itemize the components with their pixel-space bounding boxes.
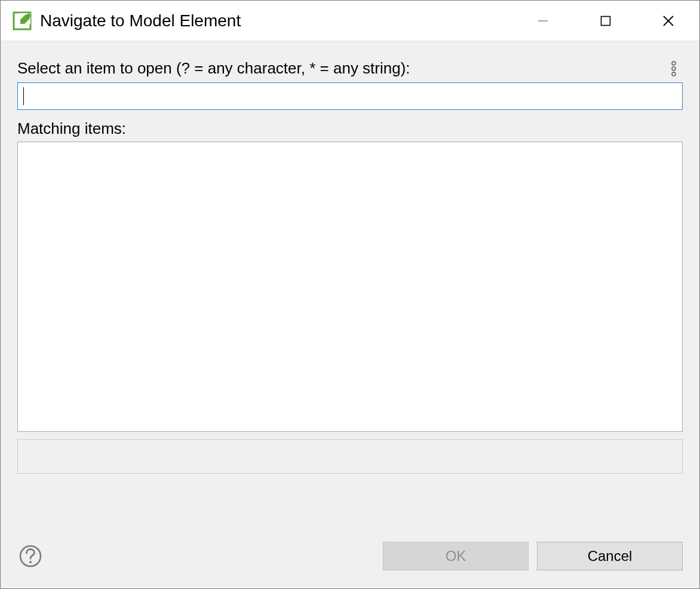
matching-items-label: Matching items: — [17, 119, 683, 138]
dialog-content: Select an item to open (? = any characte… — [1, 41, 699, 526]
search-input[interactable] — [17, 82, 683, 110]
title-bar[interactable]: Navigate to Model Element — [1, 1, 699, 41]
svg-point-10 — [29, 561, 32, 563]
ok-button[interactable]: OK — [383, 542, 529, 570]
matching-items-list[interactable] — [17, 142, 683, 432]
dialog-window: Navigate to Model Element Select an item… — [0, 0, 700, 589]
cancel-button[interactable]: Cancel — [537, 542, 683, 570]
svg-point-8 — [672, 72, 676, 76]
search-label: Select an item to open (? = any characte… — [17, 59, 410, 78]
status-bar — [17, 439, 683, 474]
svg-point-7 — [672, 67, 676, 70]
help-button[interactable] — [17, 543, 44, 569]
svg-point-6 — [672, 62, 676, 65]
window-controls — [511, 1, 699, 41]
minimize-button[interactable] — [511, 1, 574, 41]
svg-rect-3 — [601, 16, 610, 25]
kebab-menu-icon[interactable] — [665, 60, 683, 78]
text-caret — [23, 87, 24, 105]
maximize-button[interactable] — [574, 1, 637, 41]
dialog-title: Navigate to Model Element — [40, 11, 511, 30]
close-button[interactable] — [637, 1, 699, 41]
dialog-footer: OK Cancel — [1, 526, 699, 588]
edit-check-icon — [13, 11, 32, 30]
